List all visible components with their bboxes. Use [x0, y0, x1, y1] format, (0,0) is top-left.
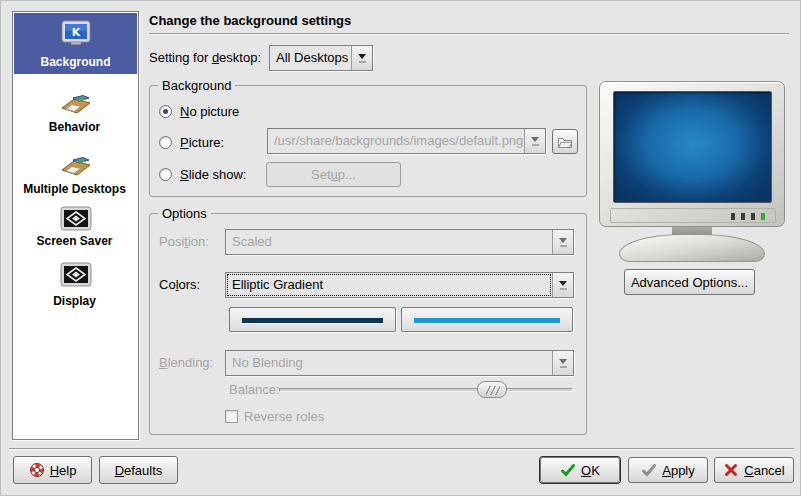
setup-button[interactable]: Setup...	[266, 162, 401, 187]
monitor-power-led	[761, 213, 765, 220]
help-lifebuoy-icon	[29, 462, 45, 478]
blending-label: Blending:	[159, 350, 213, 376]
picture-radio[interactable]	[159, 136, 172, 149]
display-icon	[59, 260, 93, 290]
slide-show-label[interactable]: Slide show:	[180, 167, 246, 183]
colors-label: Colors:	[159, 272, 200, 298]
screensaver-icon	[59, 204, 93, 234]
balance-slider-handle[interactable]	[477, 381, 507, 398]
no-picture-radio[interactable]	[159, 105, 172, 118]
chevron-down-icon[interactable]	[524, 129, 545, 153]
desktop-select[interactable]: All Desktops	[269, 45, 373, 71]
reverse-roles-checkbox[interactable]	[225, 410, 238, 423]
chevron-down-icon[interactable]	[552, 273, 573, 297]
svg-text:K: K	[71, 26, 80, 39]
ok-button[interactable]: OK	[540, 457, 620, 483]
color1-swatch	[242, 318, 383, 323]
sidebar-item-label: Behavior	[13, 120, 136, 134]
monitor-bezel	[599, 81, 785, 227]
reverse-roles-label[interactable]: Reverse roles	[244, 409, 324, 425]
chevron-down-icon[interactable]	[552, 230, 573, 254]
monitor-led	[731, 213, 735, 220]
position-combo[interactable]: Scaled	[225, 229, 574, 255]
footer-separator	[9, 448, 794, 450]
page-title: Change the background settings	[149, 13, 351, 28]
multiple-desktops-icon	[59, 148, 93, 182]
picture-path-combo[interactable]: /usr/share/backgrounds/images/default.pn…	[267, 128, 546, 154]
balance-label: Balance:	[229, 382, 280, 398]
monitor-stand	[619, 234, 765, 262]
balance-slider[interactable]	[279, 380, 573, 399]
monitor-vents	[610, 208, 776, 223]
sidebar-item-label: Multiple Desktops	[13, 182, 136, 196]
monitor-led	[751, 213, 755, 220]
color2-swatch	[414, 318, 560, 323]
cancel-x-icon	[723, 462, 739, 478]
sidebar-item-background[interactable]: K Background	[14, 13, 137, 74]
module-sidebar: K Background Behavior Multiple Desktops	[12, 11, 139, 440]
ok-check-icon	[560, 462, 576, 478]
background-settings-dialog: K Background Behavior Multiple Desktops	[0, 0, 801, 496]
colors-combo[interactable]: Elliptic Gradient	[225, 272, 574, 298]
advanced-options-button[interactable]: Advanced Options...	[624, 269, 755, 295]
sidebar-item-label: Screen Saver	[13, 234, 136, 248]
cancel-button[interactable]: Cancel	[714, 457, 794, 483]
color1-button[interactable]	[229, 307, 396, 332]
position-label: Position:	[159, 229, 209, 255]
monitor-led	[741, 213, 745, 220]
picture-path-value: /usr/share/backgrounds/images/default.pn…	[268, 129, 524, 153]
chevron-down-icon[interactable]	[552, 351, 573, 375]
chevron-down-icon[interactable]	[351, 46, 372, 70]
picture-label[interactable]: Picture:	[180, 135, 224, 151]
apply-check-icon	[641, 462, 657, 478]
background-preview-monitor	[599, 81, 785, 265]
options-group-title: Options	[158, 205, 211, 222]
sidebar-item-label: Background	[14, 55, 137, 69]
folder-icon	[557, 134, 573, 150]
monitor-screen-preview	[613, 91, 772, 203]
setting-for-desktop-label: Setting for desktop:	[149, 45, 261, 71]
color2-button[interactable]	[401, 307, 573, 332]
slider-groove	[279, 388, 573, 392]
defaults-button[interactable]: Defaults	[99, 456, 178, 484]
browse-folder-button[interactable]	[552, 129, 578, 154]
apply-button[interactable]: Apply	[628, 457, 708, 483]
help-button[interactable]: Help	[13, 456, 92, 484]
background-monitor-icon: K	[59, 16, 93, 50]
header-separator	[149, 33, 789, 35]
blending-combo[interactable]: No Blending	[225, 350, 574, 376]
background-group-title: Background	[158, 77, 235, 94]
slide-show-radio[interactable]	[159, 168, 172, 181]
no-picture-label[interactable]: No picture	[180, 104, 239, 120]
sidebar-item-label: Display	[13, 294, 136, 308]
desktop-behavior-icon	[59, 86, 93, 120]
